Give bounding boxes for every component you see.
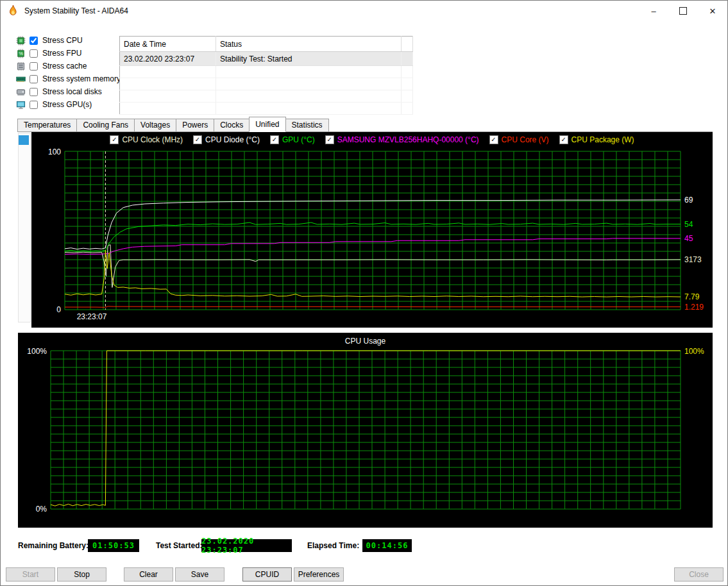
- status-bar: Remaining Battery: 01:50:53 Test Started…: [1, 539, 727, 552]
- minimize-icon: –: [651, 6, 656, 16]
- test-started-label: Test Started:: [156, 539, 202, 552]
- cache-icon: [16, 62, 26, 71]
- minimize-button[interactable]: –: [639, 1, 668, 21]
- log-table-column-spacer: [402, 37, 413, 52]
- stress-option-stress-local-disks[interactable]: Stress local disks: [16, 85, 119, 98]
- log-table-empty-row: [120, 78, 413, 90]
- log-cell-empty: [402, 78, 413, 90]
- log-cell-empty: [120, 78, 216, 90]
- maximize-icon: [679, 7, 687, 15]
- tab-voltages[interactable]: Voltages: [134, 119, 176, 131]
- log-table-empty-row: [120, 66, 413, 78]
- stress-option-stress-cpu[interactable]: Stress CPU: [16, 34, 119, 47]
- log-cell-empty: [120, 90, 216, 103]
- stress-option-stress-gpu-s[interactable]: Stress GPU(s): [16, 98, 119, 111]
- titlebar: System Stability Test - AIDA64 – ✕: [1, 1, 727, 21]
- elapsed-time-value: 00:14:56: [362, 539, 412, 552]
- close-test-button[interactable]: Close: [674, 567, 724, 582]
- svg-text:45: 45: [684, 234, 693, 243]
- unified-canvas: 31736954451.2197.79100023:23:07: [31, 132, 713, 328]
- stress-fpu-checkbox[interactable]: [30, 49, 38, 58]
- tab-powers[interactable]: Powers: [176, 119, 214, 131]
- svg-text:%: %: [19, 51, 23, 56]
- tab-clocks[interactable]: Clocks: [214, 119, 250, 131]
- cpu-usage-panel: 100%0%100%CPU Usage: [18, 333, 713, 528]
- log-cell-datetime: 23.02.2020 23:23:07: [120, 52, 216, 66]
- remaining-battery-label: Remaining Battery:: [18, 539, 89, 552]
- stress-option-label: Stress GPU(s): [42, 100, 92, 109]
- stress-options: Stress CPU%Stress FPUStress cacheStress …: [16, 34, 119, 111]
- svg-text:1.219: 1.219: [684, 303, 704, 312]
- svg-text:100: 100: [48, 147, 61, 156]
- unified-chart-panel: ✓CPU Clock (MHz)✓CPU Diode (°C)✓GPU (°C)…: [31, 132, 713, 328]
- preferences-button[interactable]: Preferences: [294, 567, 344, 582]
- close-icon: ✕: [709, 6, 716, 16]
- stress-cache-checkbox[interactable]: [30, 62, 38, 71]
- svg-text:0: 0: [56, 305, 61, 314]
- log-cell-spacer: [402, 52, 413, 66]
- stress-local-disks-checkbox[interactable]: [30, 88, 38, 96]
- save-button[interactable]: Save: [175, 567, 224, 582]
- tab-cooling-fans[interactable]: Cooling Fans: [76, 119, 135, 131]
- test-started-value: 23.02.2020 23:23:07: [201, 539, 292, 552]
- stress-option-stress-system-memory[interactable]: Stress system memory: [16, 72, 119, 85]
- elapsed-time-label: Elapsed Time:: [307, 539, 359, 552]
- unified-chart: 31736954451.2197.79100023:23:07: [31, 132, 713, 330]
- svg-text:CPU Usage: CPU Usage: [345, 337, 386, 346]
- log-cell-status: Stability Test: Started: [216, 52, 402, 66]
- stress-option-label: Stress cache: [42, 62, 87, 71]
- cpu-usage-chart: 100%0%100%CPU Usage: [18, 333, 713, 530]
- tab-unified[interactable]: Unified: [249, 117, 285, 132]
- stress-system-memory-checkbox[interactable]: [30, 75, 38, 83]
- svg-text:3173: 3173: [684, 255, 702, 264]
- log-table: Date & TimeStatus 23.02.2020 23:23:07Sta…: [119, 36, 413, 115]
- stress-option-label: Stress system memory: [42, 74, 121, 83]
- close-button[interactable]: ✕: [698, 1, 727, 21]
- stress-gpu-s-checkbox[interactable]: [30, 101, 38, 109]
- svg-text:100%: 100%: [27, 347, 47, 356]
- stress-option-stress-cache[interactable]: Stress cache: [16, 60, 119, 72]
- log-table-column-date-time: Date & Time: [120, 37, 216, 52]
- window-controls: – ✕: [639, 1, 727, 21]
- stress-option-label: Stress FPU: [42, 49, 81, 58]
- svg-text:69: 69: [684, 196, 693, 205]
- start-button[interactable]: Start: [6, 567, 55, 582]
- log-table-body: 23.02.2020 23:23:07Stability Test: Start…: [120, 52, 413, 115]
- log-cell-empty: [402, 103, 413, 115]
- log-table-row[interactable]: 23.02.2020 23:23:07Stability Test: Start…: [120, 52, 413, 66]
- log-table-column-status: Status: [216, 37, 402, 52]
- memory-icon: [16, 74, 26, 84]
- log-cell-empty: [216, 66, 402, 78]
- gpu-icon: [16, 100, 26, 110]
- tab-strip: TemperaturesCooling FansVoltagesPowersCl…: [17, 117, 713, 132]
- log-cell-empty: [216, 103, 402, 115]
- svg-text:7.79: 7.79: [684, 292, 700, 301]
- svg-text:23:23:07: 23:23:07: [77, 312, 107, 321]
- log-table-empty-row: [120, 103, 413, 115]
- cpuid-button[interactable]: CPUID: [242, 567, 292, 582]
- button-row: Start Stop Clear Save CPUID Preferences …: [1, 567, 727, 582]
- log-cell-empty: [216, 90, 402, 103]
- aida64-flame-icon: [6, 4, 19, 17]
- stress-option-stress-fpu[interactable]: %Stress FPU: [16, 47, 119, 60]
- maximize-button[interactable]: [668, 1, 698, 21]
- stress-option-label: Stress local disks: [42, 87, 102, 96]
- disk-icon: [16, 87, 26, 97]
- tab-statistics[interactable]: Statistics: [285, 119, 329, 131]
- fpu-icon: %: [16, 49, 26, 58]
- clear-button[interactable]: Clear: [124, 567, 173, 582]
- chart-scale-slider[interactable]: [18, 133, 31, 322]
- stop-button[interactable]: Stop: [57, 567, 106, 582]
- log-cell-empty: [216, 78, 402, 90]
- cpu-usage-canvas: 100%0%100%CPU Usage: [18, 333, 713, 528]
- app-window: System Stability Test - AIDA64 – ✕ Stres…: [0, 0, 728, 586]
- tab-temperatures[interactable]: Temperatures: [17, 119, 77, 131]
- log-cell-empty: [120, 103, 216, 115]
- chart-scale-slider-thumb[interactable]: [19, 135, 29, 145]
- log-cell-empty: [402, 66, 413, 78]
- cpu-icon: [16, 36, 26, 46]
- svg-text:0%: 0%: [36, 505, 47, 514]
- stress-option-label: Stress CPU: [42, 36, 83, 45]
- log-cell-empty: [402, 90, 413, 103]
- stress-cpu-checkbox[interactable]: [30, 37, 38, 45]
